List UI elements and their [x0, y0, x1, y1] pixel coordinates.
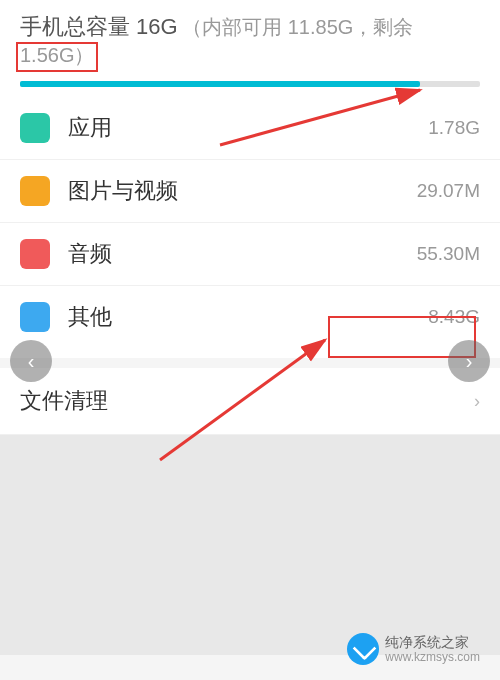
storage-progress-bar: [20, 81, 480, 87]
file-cleanup-label: 文件清理: [20, 386, 474, 416]
category-row-media[interactable]: 图片与视频 29.07M: [0, 160, 500, 223]
watermark-name: 纯净系统之家: [385, 634, 480, 651]
category-swatch: [20, 239, 50, 269]
category-row-apps[interactable]: 应用 1.78G: [0, 97, 500, 160]
nav-next-button[interactable]: ›: [448, 340, 490, 382]
category-row-other[interactable]: 其他 8.43G: [0, 286, 500, 348]
category-value: 55.30M: [417, 243, 480, 265]
chevron-right-icon: ›: [474, 391, 480, 412]
watermark-logo-icon: [347, 633, 379, 665]
chevron-right-icon: ›: [466, 350, 473, 373]
empty-area: [0, 435, 500, 655]
category-label: 应用: [68, 113, 428, 143]
total-capacity-title: 手机总容量 16G: [20, 14, 178, 39]
category-swatch: [20, 302, 50, 332]
storage-progress-fill: [20, 81, 420, 87]
category-value: 1.78G: [428, 117, 480, 139]
file-cleanup-row[interactable]: 文件清理 ›: [0, 368, 500, 435]
category-value: 29.07M: [417, 180, 480, 202]
category-swatch: [20, 176, 50, 206]
category-label: 音频: [68, 239, 417, 269]
storage-header: 手机总容量 16G （内部可用 11.85G，剩余 1.56G）: [0, 0, 500, 77]
category-swatch: [20, 113, 50, 143]
category-row-audio[interactable]: 音频 55.30M: [0, 223, 500, 286]
storage-categories: 应用 1.78G 图片与视频 29.07M 音频 55.30M 其他 8.43G: [0, 87, 500, 358]
nav-prev-button[interactable]: ‹: [10, 340, 52, 382]
watermark-url: www.kzmsys.com: [385, 650, 480, 664]
chevron-left-icon: ‹: [28, 350, 35, 373]
category-value: 8.43G: [428, 306, 480, 328]
category-label: 其他: [68, 302, 428, 332]
category-label: 图片与视频: [68, 176, 417, 206]
watermark: 纯净系统之家 www.kzmsys.com: [347, 633, 480, 665]
